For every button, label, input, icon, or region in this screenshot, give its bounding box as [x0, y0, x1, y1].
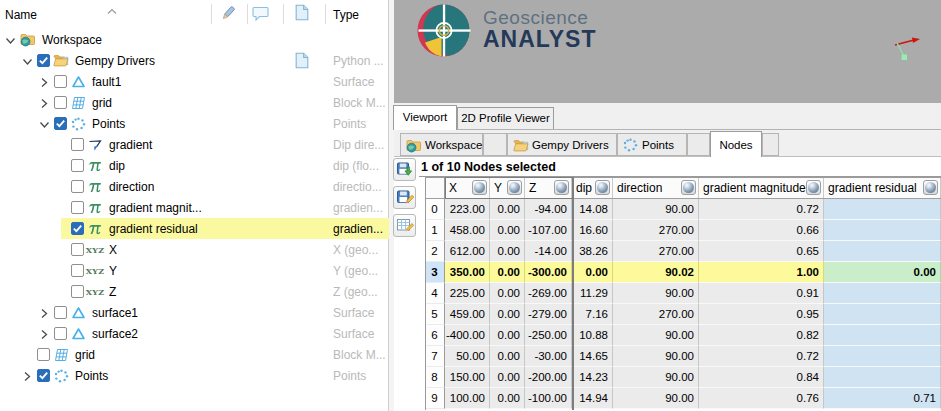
visibility-checkbox[interactable]	[71, 264, 84, 277]
cell-direction-1[interactable]: 270.00	[613, 220, 699, 241]
row-number[interactable]: 2	[425, 241, 445, 262]
cell-direction-8[interactable]: 90.00	[613, 367, 699, 388]
tree-item-surface2[interactable]: surface2Surface	[0, 323, 389, 344]
document-column-icon[interactable]	[295, 4, 309, 25]
row-number[interactable]: 0	[425, 199, 445, 220]
cell-gradient-residual-6[interactable]	[824, 325, 941, 346]
visibility-checkbox[interactable]	[54, 96, 67, 109]
cell-y-8[interactable]: 0.00	[490, 367, 525, 388]
cell-y-9[interactable]: 0.00	[490, 388, 525, 409]
save-table-button[interactable]	[393, 186, 416, 209]
visibility-checkbox[interactable]	[54, 327, 67, 340]
tree-item-grid[interactable]: gridBlock M...	[0, 92, 389, 113]
cell-y-1[interactable]: 0.00	[490, 220, 525, 241]
cell-gradient-residual-4[interactable]	[824, 283, 941, 304]
cell-dip-7[interactable]: 14.65	[572, 346, 613, 367]
cell-z-5[interactable]: -279.00	[525, 304, 572, 325]
visibility-checkbox[interactable]	[71, 243, 84, 256]
cell-gradient-magnitude-8[interactable]: 0.84	[699, 367, 824, 388]
viewport-3d[interactable]: Geoscience ANALYST	[394, 0, 941, 103]
object-tab-workspace[interactable]: Workspace	[400, 133, 483, 156]
row-number[interactable]: 6	[425, 325, 445, 346]
cell-x-5[interactable]: 459.00	[445, 304, 490, 325]
tree-item-dip[interactable]: dipdip (flo...	[0, 155, 389, 176]
cell-gradient-magnitude-2[interactable]: 0.65	[699, 241, 824, 262]
cell-direction-3[interactable]: 90.02	[613, 262, 699, 283]
column-data-icon[interactable]	[472, 180, 487, 195]
column-data-icon[interactable]	[507, 180, 522, 195]
cell-dip-9[interactable]: 14.94	[572, 388, 613, 409]
cell-z-6[interactable]: -250.00	[525, 325, 572, 346]
cell-gradient-residual-3[interactable]: 0.00	[824, 262, 941, 283]
cell-gradient-magnitude-3[interactable]: 1.00	[699, 262, 824, 283]
cell-direction-2[interactable]: 270.00	[613, 241, 699, 262]
cell-z-7[interactable]: -30.00	[525, 346, 572, 367]
cell-y-4[interactable]: 0.00	[490, 283, 525, 304]
visibility-checkbox[interactable]	[71, 201, 84, 214]
column-data-icon[interactable]	[806, 180, 821, 195]
viewer-tab-viewport[interactable]: Viewport	[393, 105, 457, 130]
tree-item-z[interactable]: XYZZZ (geo...	[0, 281, 389, 302]
row-number[interactable]: 4	[425, 283, 445, 304]
tree-item-gempy-drivers[interactable]: Gempy DriversPython ...	[0, 50, 389, 71]
visibility-checkbox[interactable]	[54, 75, 67, 88]
column-header-gradient-residual[interactable]: gradient residual	[824, 177, 941, 199]
visibility-checkbox[interactable]	[37, 369, 50, 382]
tree-item-gradient-residual[interactable]: gradient residualgradien...	[0, 218, 389, 239]
cell-gradient-residual-9[interactable]: 0.71	[824, 388, 941, 409]
cell-x-3[interactable]: 350.00	[445, 262, 490, 283]
chevron-right-icon[interactable]	[38, 96, 50, 109]
tree-item-x[interactable]: XYZXX (geo...	[0, 239, 389, 260]
column-header-gradient-magnitude[interactable]: gradient magnitude	[699, 177, 824, 199]
column-data-icon[interactable]	[923, 180, 938, 195]
cell-x-9[interactable]: 100.00	[445, 388, 490, 409]
cell-x-7[interactable]: 50.00	[445, 346, 490, 367]
cell-z-9[interactable]: -100.00	[525, 388, 572, 409]
visibility-checkbox[interactable]	[71, 138, 84, 151]
column-header-dip[interactable]: dip	[572, 177, 613, 199]
cell-dip-4[interactable]: 11.29	[572, 283, 613, 304]
tree-header-name[interactable]: Name	[5, 8, 37, 22]
chevron-right-icon[interactable]	[38, 75, 50, 88]
object-tab-stub[interactable]	[762, 133, 779, 156]
cell-gradient-magnitude-6[interactable]: 0.82	[699, 325, 824, 346]
column-header-direction[interactable]: direction	[613, 177, 699, 199]
tree-item-gradient[interactable]: gradientDip dire...	[0, 134, 389, 155]
chevron-down-icon[interactable]	[21, 54, 33, 67]
cell-x-2[interactable]: 612.00	[445, 241, 490, 262]
object-tab-nodes[interactable]: Nodes	[710, 131, 762, 157]
cell-gradient-magnitude-1[interactable]: 0.66	[699, 220, 824, 241]
cell-gradient-residual-5[interactable]	[824, 304, 941, 325]
cell-gradient-residual-1[interactable]	[824, 220, 941, 241]
cell-gradient-magnitude-4[interactable]: 0.91	[699, 283, 824, 304]
cell-gradient-residual-0[interactable]	[824, 199, 941, 220]
cell-direction-6[interactable]: 90.00	[613, 325, 699, 346]
visibility-checkbox[interactable]	[71, 159, 84, 172]
chevron-right-icon[interactable]	[38, 327, 50, 340]
cell-dip-8[interactable]: 14.23	[572, 367, 613, 388]
cell-gradient-magnitude-9[interactable]: 0.76	[699, 388, 824, 409]
cell-dip-6[interactable]: 10.88	[572, 325, 613, 346]
chevron-right-icon[interactable]	[38, 306, 50, 319]
cell-x-8[interactable]: 150.00	[445, 367, 490, 388]
cell-gradient-residual-8[interactable]	[824, 367, 941, 388]
row-number[interactable]: 3	[425, 262, 445, 283]
tree-item-fault1[interactable]: fault1Surface	[0, 71, 389, 92]
cell-gradient-magnitude-7[interactable]: 0.72	[699, 346, 824, 367]
tree-item-gradient-magnit[interactable]: gradient magnit...gradien...	[0, 197, 389, 218]
column-header-z[interactable]: Z	[525, 177, 572, 199]
tree-item-workspace[interactable]: Workspace	[0, 29, 389, 50]
cell-dip-2[interactable]: 38.26	[572, 241, 613, 262]
tree-item-direction[interactable]: directiondirectio...	[0, 176, 389, 197]
cell-gradient-residual-7[interactable]	[824, 346, 941, 367]
tree-item-grid[interactable]: gridBlock M...	[0, 344, 389, 365]
cell-direction-9[interactable]: 90.00	[613, 388, 699, 409]
tree-item-surface1[interactable]: surface1Surface	[0, 302, 389, 323]
chevron-down-icon[interactable]	[4, 33, 16, 46]
tree-item-points[interactable]: PointsPoints	[0, 113, 389, 134]
row-number[interactable]: 9	[425, 388, 445, 409]
cell-direction-7[interactable]: 90.00	[613, 346, 699, 367]
cell-dip-5[interactable]: 7.16	[572, 304, 613, 325]
column-data-icon[interactable]	[681, 180, 696, 195]
cell-y-7[interactable]: 0.00	[490, 346, 525, 367]
